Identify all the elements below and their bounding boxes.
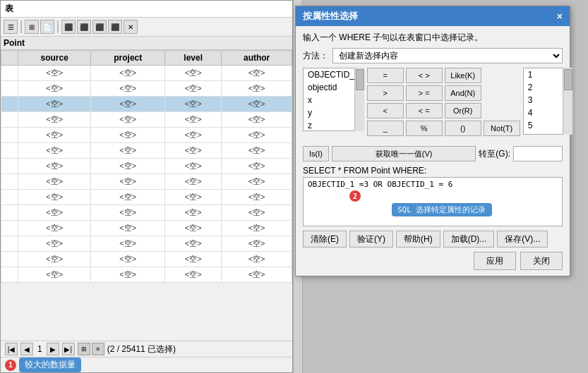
field-scrollbar[interactable] bbox=[354, 68, 364, 131]
load-button[interactable]: 加载(D)... bbox=[443, 231, 495, 247]
cell: <空> bbox=[18, 174, 91, 190]
sql-display[interactable]: OBJECTID_1 =3 OR OBJECTID_1 = 6 2 SQL 选择… bbox=[303, 177, 563, 226]
op-percent[interactable]: % bbox=[406, 121, 443, 136]
cell: <空> bbox=[222, 66, 292, 81]
col-header-level[interactable]: level bbox=[165, 51, 222, 66]
cell: <空> bbox=[91, 252, 165, 267]
col-header-author[interactable]: author bbox=[222, 51, 292, 66]
toolbar-btn-table[interactable]: ⊞ bbox=[25, 20, 39, 34]
col-header-row-num bbox=[1, 51, 18, 66]
apply-button[interactable]: 应用 bbox=[474, 252, 516, 270]
table-scroll-area: source project level author <空><空><空><空>… bbox=[1, 50, 292, 310]
cell: <空> bbox=[165, 128, 222, 143]
op-gte[interactable]: > = bbox=[406, 85, 443, 101]
table-row[interactable]: <空><空><空><空> bbox=[1, 128, 292, 143]
cell: <空> bbox=[165, 66, 222, 81]
toolbar-btn-b1[interactable]: ⬛ bbox=[61, 20, 76, 34]
table-titlebar: 表 bbox=[1, 1, 292, 18]
operators-values-area: = < > Like(K) > > = And(N) < < = Or( bbox=[367, 68, 572, 143]
table-row[interactable]: <空><空><空><空> bbox=[1, 81, 292, 97]
cell: <空> bbox=[18, 205, 91, 221]
table-row[interactable]: <空><空><空><空> bbox=[1, 112, 292, 128]
table-row[interactable]: <空><空><空><空> bbox=[1, 190, 292, 205]
row-num bbox=[1, 159, 18, 174]
op-neq[interactable]: < > bbox=[406, 68, 443, 83]
method-label: 方法： bbox=[303, 50, 328, 62]
table-row[interactable]: <空><空><空><空> bbox=[1, 252, 292, 267]
is-unique-goto-row: Is(I) 获取唯一一值(V) 转至(G): bbox=[303, 146, 563, 161]
view-icon-list[interactable]: ≡ bbox=[92, 343, 104, 355]
table-row[interactable]: <空><空><空><空> bbox=[1, 174, 292, 190]
table-footer: |◀ ◀ 1 ▶ ▶| ⊞ ≡ (2 / 25411 已选择) bbox=[1, 341, 292, 357]
col-header-project[interactable]: project bbox=[91, 51, 165, 66]
table-row[interactable]: <空><空><空><空> bbox=[1, 267, 292, 283]
goto-input[interactable] bbox=[513, 146, 563, 161]
op-and[interactable]: And(N) bbox=[445, 85, 481, 101]
table-row[interactable]: <空><空><空><空> bbox=[1, 221, 292, 236]
value-scrollbar[interactable] bbox=[563, 68, 572, 135]
close-button[interactable]: 关闭 bbox=[520, 252, 563, 270]
nav-first[interactable]: |◀ bbox=[5, 343, 18, 355]
toolbar-btn-b4[interactable]: ⬛ bbox=[108, 20, 122, 34]
table-row[interactable]: <空><空><空><空> bbox=[1, 143, 292, 159]
table-row[interactable]: <空><空><空><空> bbox=[1, 205, 292, 221]
toolbar-btn-menu[interactable]: ☰ bbox=[4, 20, 18, 34]
toolbar-btn-b2[interactable]: ⬛ bbox=[77, 20, 91, 34]
dialog-close-button[interactable]: × bbox=[557, 11, 563, 22]
view-icon-table[interactable]: ⊞ bbox=[78, 343, 90, 355]
operators-grid: = < > Like(K) > > = And(N) < < = Or( bbox=[367, 68, 520, 136]
table-row[interactable]: <空><空><空><空> bbox=[1, 159, 292, 174]
dialog-titlebar: 按属性性选择 × bbox=[296, 6, 570, 26]
sql-container: OBJECTID_1 =3 OR OBJECTID_1 = 6 2 SQL 选择… bbox=[303, 177, 563, 226]
cell: <空> bbox=[222, 128, 292, 143]
op-eq[interactable]: = bbox=[367, 68, 404, 83]
table-row[interactable]: <空><空><空><空> bbox=[1, 236, 292, 252]
row-num bbox=[1, 66, 18, 81]
toolbar-btn-b3[interactable]: ⬛ bbox=[92, 20, 107, 34]
is-button[interactable]: Is(I) bbox=[303, 146, 329, 161]
help-button[interactable]: 帮助(H) bbox=[396, 231, 440, 247]
op-like[interactable]: Like(K) bbox=[445, 68, 481, 83]
table-row[interactable]: <空><空><空><空> bbox=[1, 66, 292, 81]
dialog-title: 按属性性选择 bbox=[303, 10, 358, 23]
cell: <空> bbox=[222, 205, 292, 221]
data-table: source project level author <空><空><空><空>… bbox=[1, 50, 292, 283]
clear-button[interactable]: 清除(E) bbox=[303, 231, 347, 247]
op-lte[interactable]: < = bbox=[406, 103, 443, 118]
op-gt[interactable]: > bbox=[367, 85, 404, 101]
method-select[interactable]: 创建新选择内容 添加到当前选择 从当前选择中移除 bbox=[332, 48, 563, 63]
table-toolbar: ☰ ⊞ 📄 ⬛ ⬛ ⬛ ⬛ ✕ bbox=[1, 18, 292, 37]
op-not[interactable]: Not(T) bbox=[484, 121, 520, 136]
cell: <空> bbox=[91, 174, 165, 190]
op-paren[interactable]: () bbox=[445, 121, 481, 136]
cell: <空> bbox=[91, 267, 165, 283]
cell: <空> bbox=[165, 159, 222, 174]
toolbar-btn-copy[interactable]: 📄 bbox=[40, 20, 54, 34]
goto-label: 转至(G): bbox=[479, 148, 510, 160]
toolbar-btn-close[interactable]: ✕ bbox=[124, 20, 138, 34]
cell: <空> bbox=[165, 236, 222, 252]
row-num bbox=[1, 267, 18, 283]
cell: <空> bbox=[18, 97, 91, 112]
sql-label: SELECT * FROM Point WHERE: bbox=[303, 166, 563, 176]
dialog-method-row: 方法： 创建新选择内容 添加到当前选择 从当前选择中移除 bbox=[303, 48, 563, 63]
cell: <空> bbox=[165, 221, 222, 236]
op-or[interactable]: Or(R) bbox=[445, 103, 481, 118]
op-lt[interactable]: < bbox=[367, 103, 404, 118]
nav-last[interactable]: ▶| bbox=[62, 343, 75, 355]
cell: <空> bbox=[222, 267, 292, 283]
cell: <空> bbox=[222, 174, 292, 190]
unique-button[interactable]: 获取唯一一值(V) bbox=[332, 146, 476, 161]
nav-prev[interactable]: ◀ bbox=[20, 343, 33, 355]
cell: <空> bbox=[222, 143, 292, 159]
table-row[interactable]: <空><空><空><空> bbox=[1, 97, 292, 112]
col-header-source[interactable]: source bbox=[18, 51, 91, 66]
save-button[interactable]: 保存(V)... bbox=[497, 231, 548, 247]
nav-next[interactable]: ▶ bbox=[47, 343, 59, 355]
op-underscore[interactable]: _ bbox=[367, 121, 404, 136]
cell: <空> bbox=[91, 112, 165, 128]
row-num bbox=[1, 128, 18, 143]
verify-button[interactable]: 验证(Y) bbox=[349, 231, 393, 247]
cell: <空> bbox=[165, 174, 222, 190]
cell: <空> bbox=[91, 66, 165, 81]
